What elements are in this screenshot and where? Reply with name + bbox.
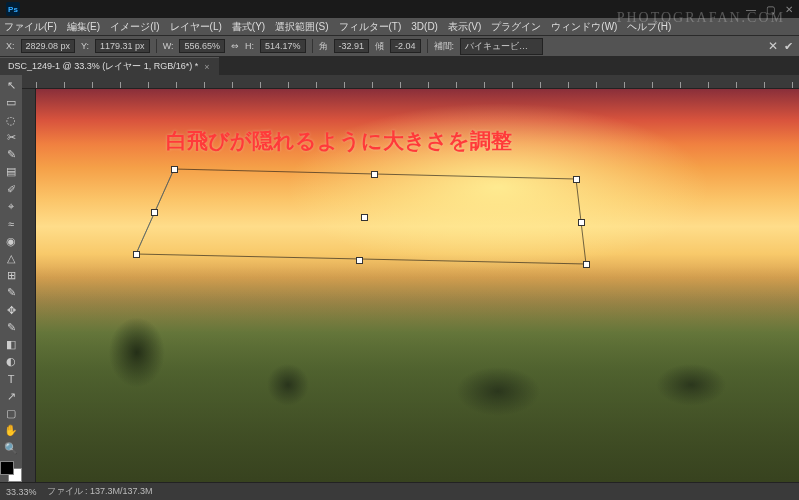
opt-interp-dropdown[interactable]: バイキュービ… [460, 38, 543, 55]
tool-button[interactable]: ◉ [0, 232, 22, 249]
menu-item[interactable]: ウィンドウ(W) [551, 20, 617, 34]
tool-button[interactable]: ▤ [0, 163, 22, 180]
file-size-readout: ファイル : 137.3M/137.3M [47, 485, 153, 498]
tool-button[interactable]: ✎ [0, 319, 22, 336]
transform-handle[interactable] [151, 209, 158, 216]
transform-handle[interactable] [578, 219, 585, 226]
tool-button[interactable]: △ [0, 250, 22, 267]
document-tab[interactable]: DSC_1249-1 @ 33.3% (レイヤー 1, RGB/16*) * × [0, 57, 219, 75]
tool-button[interactable]: ◐ [0, 353, 22, 370]
close-window-button[interactable]: ✕ [785, 4, 793, 15]
app-icon: Ps [6, 2, 20, 16]
opt-w-label: W: [163, 41, 174, 51]
transform-handle[interactable] [371, 171, 378, 178]
menu-item[interactable]: 3D(D) [411, 21, 438, 32]
opt-h-label: H: [245, 41, 254, 51]
opt-x-field[interactable]: 2829.08 px [21, 39, 76, 53]
transform-outline[interactable] [36, 89, 799, 482]
opt-w-field[interactable]: 556.65% [179, 39, 225, 53]
document-title: DSC_1249-1 @ 33.3% (レイヤー 1, RGB/16*) * [8, 60, 198, 73]
tool-button[interactable]: ✋ [0, 422, 22, 439]
zoom-readout[interactable]: 33.33% [6, 487, 37, 497]
canvas[interactable]: 白飛びが隠れるように大きさを調整 [36, 89, 799, 482]
tool-button[interactable]: ◌ [0, 112, 22, 129]
ruler-vertical [22, 89, 36, 482]
tool-button[interactable]: ⊞ [0, 267, 22, 284]
transform-center[interactable] [361, 214, 368, 221]
opt-angle-field[interactable]: -32.91 [334, 39, 370, 53]
transform-handle[interactable] [356, 257, 363, 264]
tool-button[interactable]: ≈ [0, 215, 22, 232]
menu-item[interactable]: 編集(E) [67, 20, 100, 34]
tool-button[interactable]: ↗ [0, 388, 22, 405]
tool-button[interactable]: 🔍 [0, 440, 22, 457]
menu-item[interactable]: 書式(Y) [232, 20, 265, 34]
options-bar: X: 2829.08 px Y: 1179.31 px W: 556.65% ⇔… [0, 35, 799, 57]
link-icon[interactable]: ⇔ [231, 41, 239, 51]
transform-handle[interactable] [171, 166, 178, 173]
tool-button[interactable]: ⌖ [0, 198, 22, 215]
close-doc-icon[interactable]: × [204, 62, 209, 72]
opt-y-label: Y: [81, 41, 89, 51]
menu-item[interactable]: フィルター(T) [339, 20, 402, 34]
menu-item[interactable]: レイヤー(L) [170, 20, 222, 34]
menu-item[interactable]: プラグイン [491, 20, 541, 34]
menu-item[interactable]: 表示(V) [448, 20, 481, 34]
opt-y-field[interactable]: 1179.31 px [95, 39, 150, 53]
tool-button[interactable]: ✂ [0, 129, 22, 146]
tool-button[interactable]: ◧ [0, 336, 22, 353]
tool-button[interactable]: ✎ [0, 284, 22, 301]
color-swatch[interactable] [0, 461, 22, 482]
opt-interp-label: 補間: [434, 40, 455, 53]
menu-item[interactable]: ファイル(F) [4, 20, 57, 34]
ruler-horizontal [22, 75, 799, 89]
tool-button[interactable]: ✥ [0, 301, 22, 318]
transform-handle[interactable] [573, 176, 580, 183]
opt-shear-field[interactable]: -2.04 [390, 39, 421, 53]
menu-item[interactable]: 選択範囲(S) [275, 20, 328, 34]
opt-angle-label: 角 [319, 40, 328, 53]
watermark: PHOTOGRAFAN.COM [617, 10, 785, 26]
tools-panel: ↖▭◌✂✎▤✐⌖≈◉△⊞✎✥✎◧◐T↗▢✋🔍 [0, 75, 22, 482]
tool-button[interactable]: ↖ [0, 77, 22, 94]
tool-button[interactable]: ✎ [0, 146, 22, 163]
opt-x-label: X: [6, 41, 15, 51]
tool-button[interactable]: ▢ [0, 405, 22, 422]
opt-shear-label: 傾 [375, 40, 384, 53]
opt-h-field[interactable]: 514.17% [260, 39, 306, 53]
tool-button[interactable]: ▭ [0, 94, 22, 111]
tool-button[interactable]: ✐ [0, 181, 22, 198]
menu-item[interactable]: イメージ(I) [110, 20, 159, 34]
transform-handle[interactable] [133, 251, 140, 258]
tool-button[interactable]: T [0, 371, 22, 388]
commit-transform-button[interactable]: ✔ [784, 40, 793, 53]
cancel-transform-button[interactable]: ✕ [768, 39, 778, 53]
transform-handle[interactable] [583, 261, 590, 268]
